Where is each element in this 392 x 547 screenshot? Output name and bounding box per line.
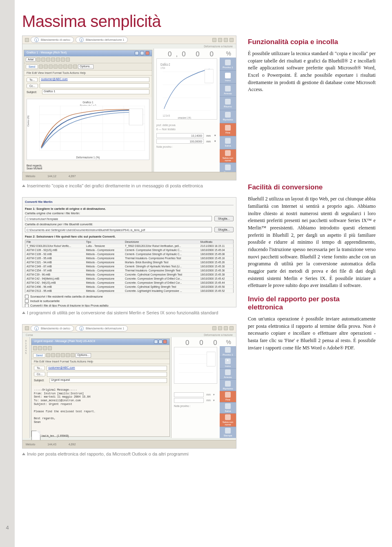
print-icon[interactable] — [44, 64, 48, 69]
col-desc[interactable]: Descrizione — [124, 240, 199, 244]
italic-icon[interactable] — [38, 346, 42, 350]
table-row[interactable]: ASTM C513 - 95.mtBMetodo - CompressioneC… — [25, 289, 234, 293]
col-mod[interactable]: Modificato — [199, 240, 234, 244]
bold-icon[interactable] — [36, 58, 40, 62]
table-row[interactable]: T_5502 D30120131for Robot Verific...Lott… — [25, 244, 234, 248]
close-icon[interactable] — [163, 340, 167, 344]
cut-icon[interactable] — [49, 64, 53, 69]
overwrite-checkbox[interactable] — [25, 295, 29, 298]
maximize-icon[interactable] — [158, 340, 163, 344]
wizard-step-1[interactable]: 1 Bilanciamento di carico — [31, 37, 74, 43]
tool-icon[interactable] — [224, 38, 228, 42]
tool-icon[interactable] — [229, 326, 234, 330]
tool-icon[interactable] — [218, 326, 222, 330]
dest-folder-input[interactable]: C:\Documents and Settings\All Users\Docu… — [25, 227, 212, 232]
cc-button[interactable]: Cc... — [27, 84, 38, 88]
email-body[interactable]: -----Original Message----- From: Instron… — [31, 386, 169, 427]
salva-come-button[interactable]: Salva con nome — [220, 149, 236, 162]
to-button[interactable]: To... — [27, 78, 38, 82]
attach-icon[interactable] — [66, 353, 70, 357]
wizard-step-2[interactable]: 2 Bilanciamento deformazione 1 — [76, 37, 128, 43]
italic-icon[interactable] — [41, 58, 45, 62]
table-row[interactable]: ASTM C349 - 87.mtBMetodo - CompressioneC… — [25, 264, 234, 268]
col-tipo[interactable]: Tipo — [85, 240, 124, 244]
indent-icon[interactable] — [66, 58, 70, 62]
underline-icon[interactable] — [46, 58, 50, 62]
align-icon[interactable] — [48, 346, 52, 350]
arresto-button[interactable]: Arresto — [220, 83, 236, 96]
to-field[interactable]: customer@ABC.com — [47, 366, 167, 371]
bullets-icon[interactable] — [61, 58, 65, 62]
file-table[interactable]: File Tipo Descrizione Modificato T_5502 … — [25, 240, 234, 293]
table-row[interactable]: ASTM C165 - 95.mtBMetodo - CompressioneT… — [25, 256, 234, 260]
browse-source-button[interactable]: Sfoglia... — [214, 216, 234, 221]
tool-icon[interactable] — [212, 326, 216, 330]
close-icon[interactable] — [145, 51, 149, 55]
tool-icon[interactable] — [212, 38, 216, 42]
cc-field[interactable] — [47, 372, 167, 377]
ritorno-button[interactable]: Ritorno — [220, 96, 236, 109]
arresto-button[interactable]: Arresto — [220, 368, 236, 380]
table-row[interactable]: ASTM C39 - 96.mtBMetodo - CompressioneCo… — [25, 272, 234, 276]
table-row[interactable]: ASTM C42 - 94(US).mtBMetodo - Compressio… — [25, 280, 234, 285]
subfolders-checkbox[interactable] — [25, 299, 29, 303]
table-row[interactable]: ASTM C109 - 92(US).mtBMetodo - Compressi… — [25, 248, 234, 252]
align-center-icon[interactable] — [56, 58, 60, 62]
convert-asfalto-checkbox[interactable] — [25, 304, 29, 307]
table-row[interactable]: ASTM C354 - 97.mtBMetodo - CompressioneT… — [25, 268, 234, 272]
table-row[interactable]: ASTM C321 - 94.mtBMetodo - CompressioneM… — [25, 260, 234, 264]
minimize-icon[interactable] — [135, 51, 139, 55]
paste-icon[interactable] — [58, 64, 62, 69]
options-button[interactable]: Options... — [78, 64, 94, 69]
cc-field[interactable] — [40, 83, 149, 88]
save-icon[interactable] — [39, 64, 43, 69]
col-file[interactable]: File — [25, 240, 85, 244]
underline-icon[interactable] — [43, 346, 47, 350]
importance-icon[interactable] — [68, 64, 72, 69]
bold-icon[interactable] — [33, 346, 37, 350]
send-button[interactable]: Send — [33, 353, 45, 358]
to-button[interactable]: To... — [34, 366, 45, 370]
send-button[interactable]: Send — [26, 64, 38, 69]
maximize-icon[interactable] — [140, 51, 144, 55]
subject-field[interactable]: Urgent request — [49, 378, 167, 383]
inizio-button[interactable]: ▶Inizio — [220, 357, 236, 368]
subject-field[interactable]: Grafico 1 — [42, 89, 149, 94]
inizio-button[interactable]: ▶Inizio — [220, 70, 236, 83]
print-icon[interactable] — [51, 353, 55, 357]
wizard-step-2[interactable]: 2 Bilanciamento deformazione 1 — [76, 325, 128, 331]
tool-icon[interactable] — [224, 326, 228, 330]
stampa-button[interactable]: Stampa — [220, 427, 236, 438]
email-menu-bar[interactable]: File Edit View Insert Format Tools Actio… — [24, 71, 152, 76]
email-menu-bar[interactable]: File Edit View Insert Format Tools Actio… — [31, 359, 169, 364]
copy-icon[interactable] — [53, 64, 58, 69]
to-field[interactable]: customer@ABC.com — [39, 77, 149, 82]
attach-icon[interactable] — [63, 64, 67, 69]
fine-button[interactable]: Fine — [220, 123, 236, 136]
options-button[interactable]: Options... — [76, 353, 91, 358]
flag-icon[interactable] — [73, 64, 77, 69]
ripristino-button[interactable]: Ripristino — [220, 379, 236, 391]
provino-button[interactable]: Provino 1 — [220, 58, 236, 70]
salva-button[interactable]: Salva — [220, 136, 236, 149]
wizard-step-1[interactable]: 1 Bilanciamento di carico — [31, 325, 74, 331]
cc-button[interactable]: Cc... — [34, 372, 45, 376]
ripristino-button[interactable]: Ripristino — [220, 110, 236, 123]
flag-icon[interactable] — [71, 353, 75, 357]
align-left-icon[interactable] — [51, 58, 55, 62]
browse-dest-button[interactable]: Sfoglia... — [214, 227, 234, 232]
minimize-icon[interactable] — [154, 340, 158, 344]
copy-icon[interactable] — [61, 353, 65, 357]
salva-button[interactable]: Salva — [220, 402, 236, 414]
salva-come-button[interactable]: Salva con nome — [220, 413, 236, 427]
tool-icon[interactable] — [218, 38, 222, 42]
source-folder-input[interactable]: C:\Instron\User\Template — [25, 216, 212, 221]
table-row[interactable]: ASTM C496 - 96.mtBMetodo - CompressioneC… — [25, 285, 234, 289]
tool-icon[interactable] — [229, 38, 234, 42]
cut-icon[interactable] — [56, 353, 60, 357]
font-select[interactable]: Arial — [26, 58, 36, 62]
table-row[interactable]: ASTM C42 - 94(Metric).mtBMetodo - Compre… — [25, 276, 234, 280]
fine-button[interactable]: Fine — [220, 391, 236, 402]
table-row[interactable]: ASTM C109 - 92.mtBMetodo - CompressioneC… — [25, 252, 234, 256]
provino-button[interactable]: Provino 1 — [220, 346, 236, 357]
